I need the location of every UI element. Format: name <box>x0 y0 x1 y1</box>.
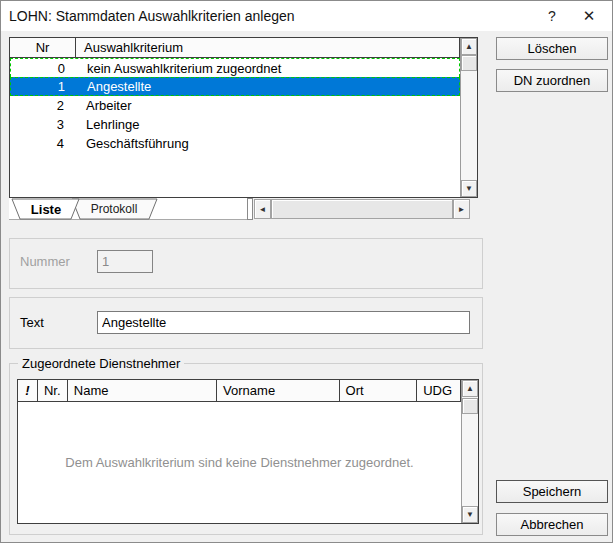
scroll-up-icon[interactable]: ▲ <box>462 380 478 397</box>
flag-icon: ! <box>18 380 38 402</box>
row-text: Angestellte <box>71 79 459 94</box>
dienstnehmer-vscrollbar[interactable]: ▲ ▼ <box>461 380 478 523</box>
dienstnehmer-group: Zugeordnete Dienstnehmer ! Nr. Name Vorn… <box>9 363 483 535</box>
nummer-field <box>97 250 153 273</box>
row-nr: 1 <box>11 79 71 94</box>
abbrechen-button[interactable]: Abbrechen <box>496 513 608 536</box>
row-text: Geschäftsführung <box>70 136 460 151</box>
list-item[interactable]: 3 Lehrlinge <box>10 115 460 134</box>
tab-liste[interactable]: Liste <box>12 199 79 219</box>
column-header-nr: Nr <box>10 38 76 58</box>
tab-splitter-handle[interactable] <box>247 198 253 220</box>
list-item[interactable]: 0 kein Auswahlkriterium zugeordnet <box>10 58 460 77</box>
column-header-vorname: Vorname <box>217 380 339 402</box>
nummer-label: Nummer <box>20 254 70 269</box>
column-header-ort: Ort <box>340 380 418 402</box>
text-label: Text <box>20 315 44 330</box>
list-item[interactable]: 4 Geschäftsführung <box>10 134 460 153</box>
criteria-list-header: Nr Auswahlkriterium <box>10 38 477 58</box>
tabs: Protokoll Liste <box>9 198 247 220</box>
tab-protokoll-label: Protokoll <box>91 202 138 216</box>
scroll-up-icon[interactable]: ▲ <box>461 38 477 55</box>
nummer-group: Nummer <box>9 238 483 289</box>
dn-zuordnen-button[interactable]: DN zuordnen <box>496 69 608 92</box>
titlebar: LOHN: Stammdaten Auswahlkriterien anlege… <box>1 1 612 31</box>
window-title: LOHN: Stammdaten Auswahlkriterien anlege… <box>1 8 295 24</box>
tab-liste-label: Liste <box>31 202 61 217</box>
scroll-down-icon[interactable]: ▼ <box>462 506 478 523</box>
text-group: Text <box>9 297 483 349</box>
scroll-right-icon[interactable]: ► <box>453 199 470 219</box>
column-header-auswahlkriterium: Auswahlkriterium <box>76 38 460 58</box>
loeschen-button[interactable]: Löschen <box>496 37 608 60</box>
dienstnehmer-group-label: Zugeordnete Dienstnehmer <box>18 356 184 371</box>
row-text: kein Auswahlkriterium zugeordnet <box>71 61 459 76</box>
list-item[interactable]: 2 Arbeiter <box>10 96 460 115</box>
dienstnehmer-table-header: ! Nr. Name Vorname Ort UDG <box>18 380 478 402</box>
dienstnehmer-vscroll-thumb[interactable] <box>462 398 478 414</box>
tab-protokoll[interactable]: Protokoll <box>72 199 157 219</box>
criteria-rows: 0 kein Auswahlkriterium zugeordnet 1 Ang… <box>10 58 460 197</box>
help-button[interactable]: ? <box>537 1 567 31</box>
dialog-window: LOHN: Stammdaten Auswahlkriterien anlege… <box>0 0 613 543</box>
row-text: Arbeiter <box>70 98 460 113</box>
criteria-list: Nr Auswahlkriterium 0 kein Auswahlkriter… <box>9 37 478 198</box>
list-item-selected[interactable]: 1 Angestellte <box>10 77 460 96</box>
tab-strip: Protokoll Liste ◄ ► <box>9 198 478 220</box>
dienstnehmer-table-body: Dem Auswahlkriterium sind keine Dienstne… <box>18 402 461 523</box>
list-vscrollbar[interactable]: ▲ ▼ <box>460 38 477 197</box>
empty-message: Dem Auswahlkriterium sind keine Dienstne… <box>65 455 413 470</box>
row-nr: 4 <box>10 136 70 151</box>
column-header-udg: UDG <box>417 380 461 402</box>
scroll-down-icon[interactable]: ▼ <box>461 180 477 197</box>
column-header-nr: Nr. <box>38 380 68 402</box>
row-nr: 2 <box>10 98 70 113</box>
row-nr: 3 <box>10 117 70 132</box>
list-hscrollbar[interactable] <box>271 199 453 219</box>
row-text: Lehrlinge <box>70 117 460 132</box>
list-vscroll-thumb[interactable] <box>461 55 477 71</box>
close-button[interactable]: ✕ <box>574 1 604 31</box>
scroll-left-icon[interactable]: ◄ <box>254 199 271 219</box>
speichern-button[interactable]: Speichern <box>496 480 608 503</box>
dienstnehmer-table: ! Nr. Name Vorname Ort UDG Dem Auswahlkr… <box>17 379 479 524</box>
row-nr: 0 <box>11 61 71 76</box>
text-field[interactable] <box>97 311 470 334</box>
column-header-name: Name <box>68 380 217 402</box>
list-hscroll-thumb[interactable] <box>271 199 453 219</box>
